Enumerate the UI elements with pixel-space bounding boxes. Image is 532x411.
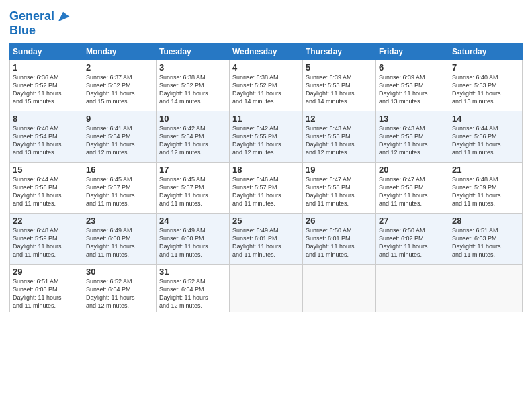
day-info: Sunrise: 6:48 AMSunset: 5:59 PMDaylight:… bbox=[13, 226, 80, 259]
day-number: 12 bbox=[306, 113, 373, 124]
day-number: 3 bbox=[159, 62, 226, 73]
day-info: Sunrise: 6:36 AMSunset: 5:52 PMDaylight:… bbox=[13, 73, 80, 106]
calendar-cell: 20Sunrise: 6:47 AMSunset: 5:58 PMDayligh… bbox=[376, 162, 449, 213]
day-info: Sunrise: 6:45 AMSunset: 5:57 PMDaylight:… bbox=[86, 175, 153, 208]
day-info: Sunrise: 6:38 AMSunset: 5:52 PMDaylight:… bbox=[159, 73, 226, 106]
day-info: Sunrise: 6:47 AMSunset: 5:58 PMDaylight:… bbox=[306, 175, 373, 208]
calendar-cell bbox=[303, 264, 376, 312]
main-container: General Blue SundayMondayTuesdayWednesda… bbox=[0, 0, 532, 318]
day-info: Sunrise: 6:49 AMSunset: 6:01 PMDaylight:… bbox=[232, 226, 300, 259]
calendar-cell bbox=[449, 264, 523, 312]
calendar-cell: 11Sunrise: 6:42 AMSunset: 5:55 PMDayligh… bbox=[230, 111, 303, 162]
calendar-cell: 3Sunrise: 6:38 AMSunset: 5:52 PMDaylight… bbox=[157, 60, 230, 111]
col-header-tuesday: Tuesday bbox=[157, 43, 230, 60]
day-info: Sunrise: 6:41 AMSunset: 5:54 PMDaylight:… bbox=[86, 124, 153, 157]
calendar-cell: 21Sunrise: 6:48 AMSunset: 5:59 PMDayligh… bbox=[449, 162, 523, 213]
calendar-cell: 25Sunrise: 6:49 AMSunset: 6:01 PMDayligh… bbox=[230, 213, 303, 264]
day-number: 31 bbox=[159, 267, 226, 277]
calendar-cell: 9Sunrise: 6:41 AMSunset: 5:54 PMDaylight… bbox=[83, 111, 157, 162]
day-info: Sunrise: 6:39 AMSunset: 5:53 PMDaylight:… bbox=[379, 73, 446, 106]
calendar-cell: 28Sunrise: 6:51 AMSunset: 6:03 PMDayligh… bbox=[449, 213, 523, 264]
calendar-cell: 24Sunrise: 6:49 AMSunset: 6:00 PMDayligh… bbox=[157, 213, 230, 264]
calendar-cell: 23Sunrise: 6:49 AMSunset: 6:00 PMDayligh… bbox=[83, 213, 157, 264]
logo-blue: Blue bbox=[9, 24, 36, 38]
day-info: Sunrise: 6:51 AMSunset: 6:03 PMDaylight:… bbox=[452, 226, 519, 259]
day-number: 1 bbox=[13, 62, 80, 73]
calendar-cell: 30Sunrise: 6:52 AMSunset: 6:04 PMDayligh… bbox=[83, 264, 157, 312]
day-info: Sunrise: 6:48 AMSunset: 5:59 PMDaylight:… bbox=[452, 175, 519, 208]
day-info: Sunrise: 6:50 AMSunset: 6:01 PMDaylight:… bbox=[306, 226, 373, 259]
calendar-cell: 4Sunrise: 6:38 AMSunset: 5:52 PMDaylight… bbox=[230, 60, 303, 111]
day-number: 4 bbox=[232, 62, 300, 73]
day-info: Sunrise: 6:49 AMSunset: 6:00 PMDaylight:… bbox=[159, 226, 226, 259]
col-header-friday: Friday bbox=[376, 43, 449, 60]
day-number: 19 bbox=[306, 165, 373, 175]
day-info: Sunrise: 6:49 AMSunset: 6:00 PMDaylight:… bbox=[86, 226, 153, 259]
calendar-cell: 29Sunrise: 6:51 AMSunset: 6:03 PMDayligh… bbox=[10, 264, 83, 312]
day-info: Sunrise: 6:52 AMSunset: 6:04 PMDaylight:… bbox=[86, 277, 153, 310]
calendar-cell: 15Sunrise: 6:44 AMSunset: 5:56 PMDayligh… bbox=[10, 162, 83, 213]
logo-text: General bbox=[9, 10, 54, 24]
calendar-cell: 22Sunrise: 6:48 AMSunset: 5:59 PMDayligh… bbox=[10, 213, 83, 264]
day-info: Sunrise: 6:52 AMSunset: 6:04 PMDaylight:… bbox=[159, 277, 226, 310]
calendar-cell: 13Sunrise: 6:43 AMSunset: 5:55 PMDayligh… bbox=[376, 111, 449, 162]
day-number: 11 bbox=[232, 113, 300, 124]
day-number: 15 bbox=[13, 165, 80, 175]
logo: General Blue bbox=[9, 9, 71, 38]
day-number: 28 bbox=[452, 216, 519, 226]
calendar-cell: 14Sunrise: 6:44 AMSunset: 5:56 PMDayligh… bbox=[449, 111, 523, 162]
day-number: 6 bbox=[379, 62, 446, 73]
day-number: 23 bbox=[86, 216, 153, 226]
col-header-saturday: Saturday bbox=[449, 43, 523, 60]
day-number: 5 bbox=[306, 62, 373, 73]
col-header-monday: Monday bbox=[83, 43, 157, 60]
day-number: 7 bbox=[452, 62, 519, 73]
calendar-table: SundayMondayTuesdayWednesdayThursdayFrid… bbox=[9, 43, 523, 313]
calendar-cell: 7Sunrise: 6:40 AMSunset: 5:53 PMDaylight… bbox=[449, 60, 523, 111]
day-info: Sunrise: 6:51 AMSunset: 6:03 PMDaylight:… bbox=[13, 277, 80, 310]
calendar-cell bbox=[376, 264, 449, 312]
day-number: 20 bbox=[379, 165, 446, 175]
svg-marker-0 bbox=[58, 12, 70, 22]
col-header-sunday: Sunday bbox=[10, 43, 83, 60]
day-number: 30 bbox=[86, 267, 153, 277]
calendar-cell: 6Sunrise: 6:39 AMSunset: 5:53 PMDaylight… bbox=[376, 60, 449, 111]
header: General Blue bbox=[9, 7, 523, 38]
calendar-cell: 2Sunrise: 6:37 AMSunset: 5:52 PMDaylight… bbox=[83, 60, 157, 111]
day-number: 13 bbox=[379, 113, 446, 124]
day-info: Sunrise: 6:40 AMSunset: 5:53 PMDaylight:… bbox=[452, 73, 519, 106]
day-info: Sunrise: 6:38 AMSunset: 5:52 PMDaylight:… bbox=[232, 73, 300, 106]
day-number: 8 bbox=[13, 113, 80, 124]
day-info: Sunrise: 6:43 AMSunset: 5:55 PMDaylight:… bbox=[306, 124, 373, 157]
day-info: Sunrise: 6:47 AMSunset: 5:58 PMDaylight:… bbox=[379, 175, 446, 208]
col-header-wednesday: Wednesday bbox=[230, 43, 303, 60]
calendar-cell: 16Sunrise: 6:45 AMSunset: 5:57 PMDayligh… bbox=[83, 162, 157, 213]
day-number: 21 bbox=[452, 165, 519, 175]
day-number: 24 bbox=[159, 216, 226, 226]
calendar-cell: 5Sunrise: 6:39 AMSunset: 5:53 PMDaylight… bbox=[303, 60, 376, 111]
day-info: Sunrise: 6:40 AMSunset: 5:54 PMDaylight:… bbox=[13, 124, 80, 157]
day-info: Sunrise: 6:45 AMSunset: 5:57 PMDaylight:… bbox=[159, 175, 226, 208]
day-info: Sunrise: 6:42 AMSunset: 5:54 PMDaylight:… bbox=[159, 124, 226, 157]
day-number: 26 bbox=[306, 216, 373, 226]
logo-icon bbox=[56, 9, 71, 24]
day-number: 16 bbox=[86, 165, 153, 175]
calendar-cell: 8Sunrise: 6:40 AMSunset: 5:54 PMDaylight… bbox=[10, 111, 83, 162]
day-number: 14 bbox=[452, 113, 519, 124]
day-number: 2 bbox=[86, 62, 153, 73]
day-number: 22 bbox=[13, 216, 80, 226]
calendar-cell: 17Sunrise: 6:45 AMSunset: 5:57 PMDayligh… bbox=[157, 162, 230, 213]
calendar-cell: 19Sunrise: 6:47 AMSunset: 5:58 PMDayligh… bbox=[303, 162, 376, 213]
calendar-cell: 27Sunrise: 6:50 AMSunset: 6:02 PMDayligh… bbox=[376, 213, 449, 264]
day-info: Sunrise: 6:46 AMSunset: 5:57 PMDaylight:… bbox=[232, 175, 300, 208]
day-info: Sunrise: 6:50 AMSunset: 6:02 PMDaylight:… bbox=[379, 226, 446, 259]
day-number: 27 bbox=[379, 216, 446, 226]
calendar-cell: 18Sunrise: 6:46 AMSunset: 5:57 PMDayligh… bbox=[230, 162, 303, 213]
calendar-cell: 10Sunrise: 6:42 AMSunset: 5:54 PMDayligh… bbox=[157, 111, 230, 162]
calendar-cell: 1Sunrise: 6:36 AMSunset: 5:52 PMDaylight… bbox=[10, 60, 83, 111]
day-number: 29 bbox=[13, 267, 80, 277]
calendar-cell bbox=[230, 264, 303, 312]
day-number: 18 bbox=[232, 165, 300, 175]
calendar-cell: 26Sunrise: 6:50 AMSunset: 6:01 PMDayligh… bbox=[303, 213, 376, 264]
day-number: 9 bbox=[86, 113, 153, 124]
